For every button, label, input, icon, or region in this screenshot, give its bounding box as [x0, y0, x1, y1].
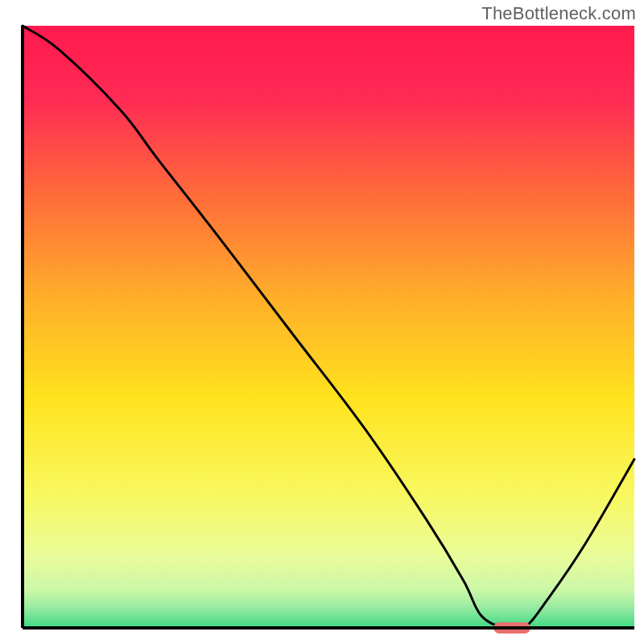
bottleneck-chart	[0, 0, 644, 644]
chart-container: TheBottleneck.com	[0, 0, 644, 644]
gradient-background	[23, 26, 634, 628]
